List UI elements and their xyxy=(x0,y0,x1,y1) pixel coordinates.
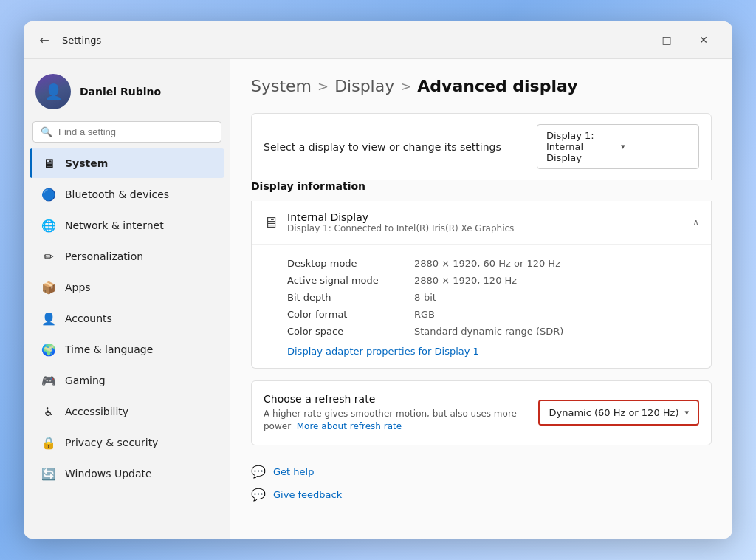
display-card-header: 🖥 Internal Display Display 1: Connected … xyxy=(252,201,711,245)
search-icon: 🔍 xyxy=(41,126,52,137)
give-feedback-link[interactable]: 💬 Give feedback xyxy=(251,483,712,506)
get-help-link[interactable]: 💬 Get help xyxy=(251,460,712,483)
title-bar: ← Settings — □ ✕ xyxy=(24,21,732,59)
display-card-title: Internal Display xyxy=(287,211,514,223)
time-icon: 🌍 xyxy=(41,342,56,357)
footer-links: 💬 Get help 💬 Give feedback xyxy=(251,460,712,506)
bluetooth-icon: 🔵 xyxy=(41,187,56,202)
sidebar-item-label-update: Windows Update xyxy=(65,468,152,479)
sidebar-item-personalization[interactable]: ✏️ Personalization xyxy=(30,242,224,271)
avatar-image: 👤 xyxy=(35,74,71,109)
display-selector-dropdown[interactable]: Display 1: Internal Display ▾ xyxy=(537,124,699,169)
sidebar-item-network[interactable]: 🌐 Network & internet xyxy=(30,211,224,240)
spec-value: 2880 × 1920, 120 Hz xyxy=(414,275,517,286)
update-icon: 🔄 xyxy=(41,466,56,481)
display-card-title-row: 🖥 Internal Display Display 1: Connected … xyxy=(264,211,514,233)
spec-row: Color format RGB xyxy=(287,306,696,323)
accessibility-icon: ♿ xyxy=(41,404,56,419)
spec-value: 8-bit xyxy=(414,292,436,303)
display-card-subtitle: Display 1: Connected to Intel(R) Iris(R)… xyxy=(287,223,514,233)
breadcrumb-sep1: > xyxy=(317,78,329,94)
title-bar-left: ← Settings xyxy=(35,31,101,49)
breadcrumb-display[interactable]: Display xyxy=(334,77,394,95)
refresh-rate-dropdown[interactable]: Dynamic (60 Hz or 120 Hz) ▾ xyxy=(538,400,699,426)
nav-items: 🖥 System 🔵 Bluetooth & devices 🌐 Network… xyxy=(24,148,230,488)
spec-value: Standard dynamic range (SDR) xyxy=(414,326,563,337)
refresh-rate-value: Dynamic (60 Hz or 120 Hz) xyxy=(549,407,678,418)
refresh-rate-description: A higher rate gives smoother motion, but… xyxy=(264,408,523,433)
collapse-button[interactable]: ∧ xyxy=(693,217,699,228)
refresh-rate-section: Choose a refresh rate A higher rate give… xyxy=(251,380,712,445)
sidebar-item-accessibility[interactable]: ♿ Accessibility xyxy=(30,397,224,426)
user-section: 👤 Daniel Rubino xyxy=(24,68,230,121)
sidebar-item-label-time: Time & language xyxy=(65,344,153,355)
privacy-icon: 🔒 xyxy=(41,435,56,450)
refresh-rate-title: Choose a refresh rate xyxy=(264,393,523,405)
window-content: 👤 Daniel Rubino 🔍 🖥 System 🔵 Bluetooth &… xyxy=(24,59,732,539)
avatar: 👤 xyxy=(35,74,71,109)
refresh-chevron-icon: ▾ xyxy=(684,408,689,417)
spec-label: Desktop mode xyxy=(287,258,405,269)
system-icon: 🖥 xyxy=(41,156,56,171)
feedback-icon: 💬 xyxy=(251,488,266,502)
breadcrumb-current: Advanced display xyxy=(417,77,577,95)
settings-window: ← Settings — □ ✕ 👤 Daniel Rubino 🔍 🖥 Sys… xyxy=(24,21,732,539)
sidebar-item-apps[interactable]: 📦 Apps xyxy=(30,273,224,302)
sidebar-item-label-accounts: Accounts xyxy=(65,313,112,324)
search-box[interactable]: 🔍 xyxy=(32,121,221,143)
give-feedback-label: Give feedback xyxy=(273,489,342,500)
display-info-section: Display information xyxy=(251,180,712,192)
network-icon: 🌐 xyxy=(41,218,56,233)
spec-value: RGB xyxy=(414,309,435,320)
main-content: System > Display > Advanced display Sele… xyxy=(230,59,732,539)
refresh-desc-link[interactable]: More about refresh rate xyxy=(297,421,402,431)
get-help-label: Get help xyxy=(273,466,314,477)
breadcrumb-sep2: > xyxy=(400,78,411,94)
sidebar-item-time[interactable]: 🌍 Time & language xyxy=(30,335,224,364)
search-input[interactable] xyxy=(58,126,213,137)
minimize-button[interactable]: — xyxy=(613,29,647,51)
display-specs: Desktop mode 2880 × 1920, 60 Hz or 120 H… xyxy=(252,245,711,368)
sidebar-item-label-system: System xyxy=(65,157,108,169)
sidebar-item-label-privacy: Privacy & security xyxy=(65,437,158,448)
sidebar-item-label-apps: Apps xyxy=(65,281,91,293)
chevron-down-icon: ▾ xyxy=(621,142,690,151)
refresh-info: Choose a refresh rate A higher rate give… xyxy=(264,393,538,433)
spec-row: Color space Standard dynamic range (SDR) xyxy=(287,323,696,340)
help-icon: 💬 xyxy=(251,465,266,479)
sidebar-item-label-gaming: Gaming xyxy=(65,375,106,386)
spec-row: Desktop mode 2880 × 1920, 60 Hz or 120 H… xyxy=(287,255,696,272)
spec-label: Bit depth xyxy=(287,292,405,303)
sidebar: 👤 Daniel Rubino 🔍 🖥 System 🔵 Bluetooth &… xyxy=(24,59,230,539)
sidebar-item-accounts[interactable]: 👤 Accounts xyxy=(30,304,224,333)
breadcrumb: System > Display > Advanced display xyxy=(251,77,712,95)
display-selector-label: Select a display to view or change its s… xyxy=(264,141,501,153)
monitor-icon: 🖥 xyxy=(264,214,278,231)
spec-row: Active signal mode 2880 × 1920, 120 Hz xyxy=(287,272,696,289)
close-button[interactable]: ✕ xyxy=(687,29,721,51)
spec-row: Bit depth 8-bit xyxy=(287,289,696,306)
back-button[interactable]: ← xyxy=(35,31,53,49)
user-name: Daniel Rubino xyxy=(80,86,161,98)
adapter-link[interactable]: Display adapter properties for Display 1 xyxy=(287,346,479,357)
accounts-icon: 👤 xyxy=(41,311,56,326)
maximize-button[interactable]: □ xyxy=(650,29,684,51)
sidebar-item-bluetooth[interactable]: 🔵 Bluetooth & devices xyxy=(30,180,224,209)
display-info-title: Display information xyxy=(251,180,712,192)
personalization-icon: ✏️ xyxy=(41,249,56,264)
sidebar-item-label-personalization: Personalization xyxy=(65,250,143,262)
apps-icon: 📦 xyxy=(41,280,56,295)
sidebar-item-privacy[interactable]: 🔒 Privacy & security xyxy=(30,428,224,457)
sidebar-item-label-bluetooth: Bluetooth & devices xyxy=(65,188,169,200)
gaming-icon: 🎮 xyxy=(41,373,56,388)
spec-label: Color space xyxy=(287,326,405,337)
sidebar-item-label-accessibility: Accessibility xyxy=(65,406,128,417)
spec-label: Color format xyxy=(287,309,405,320)
spec-label: Active signal mode xyxy=(287,275,405,286)
sidebar-item-update[interactable]: 🔄 Windows Update xyxy=(30,459,224,488)
breadcrumb-system[interactable]: System xyxy=(251,77,312,95)
display-info-card: 🖥 Internal Display Display 1: Connected … xyxy=(251,201,712,369)
sidebar-item-gaming[interactable]: 🎮 Gaming xyxy=(30,366,224,395)
display-card-title-group: Internal Display Display 1: Connected to… xyxy=(287,211,514,233)
sidebar-item-system[interactable]: 🖥 System xyxy=(30,148,224,178)
